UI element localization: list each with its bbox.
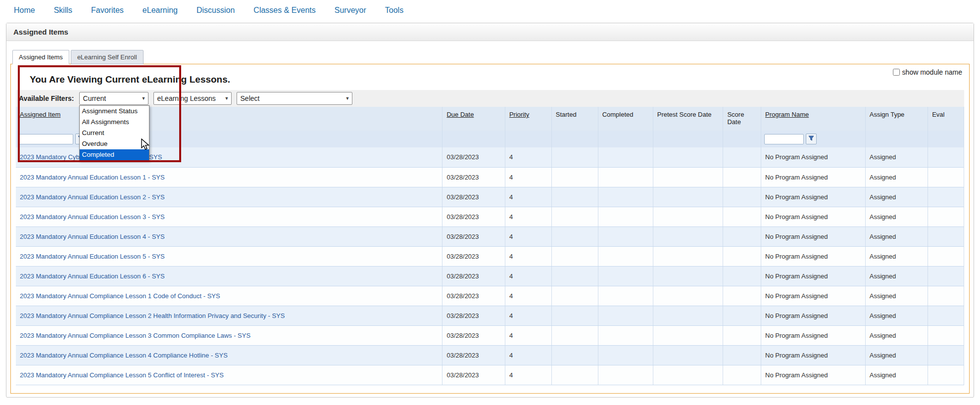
cell-eval [928, 246, 964, 266]
filter-funnel-icon[interactable] [806, 134, 817, 144]
program-name-filter-input[interactable] [764, 134, 804, 144]
filter-cell-completed [598, 131, 653, 147]
status-filter-value: Current [83, 94, 106, 102]
dropdown-option-current[interactable]: Current [80, 128, 149, 138]
nav-link-classes-events[interactable]: Classes & Events [253, 6, 315, 15]
cell-assign-type: Assigned [865, 187, 928, 207]
column-header-score-date: Score Date [727, 111, 744, 126]
assigned-item-link[interactable]: 2023 Mandatory Annual Education Lesson 4… [20, 233, 165, 240]
cell-completed [598, 365, 653, 385]
cell-completed [598, 345, 653, 365]
cell-pretest-score-date [653, 345, 723, 365]
cell-priority: 4 [505, 266, 551, 286]
dropdown-option-completed[interactable]: Completed [80, 149, 149, 160]
category-filter-select[interactable]: eLearning Lessons ▼ [153, 92, 232, 105]
available-filters-label: Available Filters: [19, 94, 74, 102]
cell-priority: 4 [505, 167, 551, 187]
assigned-item-link[interactable]: 2023 Mandatory Annual Education Lesson 1… [20, 174, 165, 181]
filter-cell-eval [928, 131, 964, 147]
nav-link-home[interactable]: Home [14, 6, 35, 15]
cell-eval [928, 207, 964, 226]
assigned-item-link[interactable]: 2023 Mandatory Annual Education Lesson 5… [20, 253, 165, 260]
column-header-pretest-score-date: Pretest Score Date [657, 111, 712, 118]
cell-due-date: 03/28/2023 [442, 365, 505, 385]
cell-due-date: 03/28/2023 [442, 187, 505, 207]
filter-cell-priority [505, 131, 551, 147]
cell-score-date [723, 365, 761, 385]
cell-program-name: No Program Assigned [761, 266, 866, 286]
nav-link-elearning[interactable]: eLearning [143, 6, 178, 15]
table-row: 2023 Mandatory Annual Compliance Lesson … [16, 345, 964, 365]
column-header-priority[interactable]: Priority [509, 111, 529, 118]
status-filter-select[interactable]: Current ▼ [79, 92, 148, 105]
table-row: 2023 Mandatory Annual Education Lesson 1… [16, 167, 964, 187]
show-module-name-toggle[interactable]: show module name [893, 68, 962, 76]
cell-completed [598, 167, 653, 187]
cell-pretest-score-date [653, 147, 723, 167]
cell-pretest-score-date [653, 306, 723, 325]
cell-program-name: No Program Assigned [761, 306, 866, 325]
cell-due-date: 03/28/2023 [442, 246, 505, 266]
assigned-item-link[interactable]: 2023 Mandatory Annual Compliance Lesson … [20, 371, 224, 379]
nav-link-surveyor[interactable]: Surveyor [335, 6, 366, 15]
column-header-eval: Eval [932, 111, 944, 118]
cell-completed [598, 325, 653, 345]
cell-assign-type: Assigned [865, 246, 928, 266]
cell-started [551, 147, 598, 167]
cell-completed [598, 207, 653, 226]
cell-completed [598, 147, 653, 167]
assigned-item-link[interactable]: 2023 Mandatory Annual Compliance Lesson … [20, 312, 285, 319]
cell-due-date: 03/28/2023 [442, 345, 505, 365]
cell-eval [928, 345, 964, 365]
nav-link-tools[interactable]: Tools [385, 6, 403, 15]
table-row: 2023 Mandatory Annual Compliance Lesson … [16, 365, 964, 385]
nav-link-skills[interactable]: Skills [54, 6, 72, 15]
cell-score-date [723, 345, 761, 365]
nav-link-discussion[interactable]: Discussion [196, 6, 235, 15]
assigned-item-filter-input[interactable] [19, 134, 73, 144]
page: HomeSkillsFavoriteseLearningDiscussionCl… [0, 0, 980, 405]
cell-assign-type: Assigned [865, 226, 928, 246]
cell-score-date [723, 286, 761, 306]
chevron-down-icon: ▼ [225, 96, 229, 101]
show-module-name-checkbox[interactable] [893, 69, 900, 76]
cell-completed [598, 286, 653, 306]
cell-assigned-item: 2023 Mandatory Annual Compliance Lesson … [16, 325, 442, 345]
cell-due-date: 03/28/2023 [442, 207, 505, 226]
cell-pretest-score-date [653, 266, 723, 286]
tab-assigned-items[interactable]: Assigned Items [12, 50, 69, 64]
dropdown-option-overdue[interactable]: Overdue [80, 138, 149, 149]
cell-assign-type: Assigned [865, 207, 928, 226]
dropdown-option-assignment-status[interactable]: Assignment Status [80, 106, 149, 117]
top-nav: HomeSkillsFavoriteseLearningDiscussionCl… [0, 0, 980, 21]
assigned-item-link[interactable]: 2023 Mandatory Annual Compliance Lesson … [20, 292, 220, 300]
assigned-item-link[interactable]: 2023 Mandatory Annual Education Lesson 2… [20, 193, 165, 201]
dropdown-option-all-assignments[interactable]: All Assignments [80, 117, 149, 128]
cell-started [551, 266, 598, 286]
column-header-assigned-item[interactable]: Assigned Item [20, 111, 60, 118]
tab-content: show module name You Are Viewing Current… [10, 64, 970, 394]
detail-filter-value: Select [241, 94, 260, 102]
cell-assigned-item: 2023 Mandatory Annual Education Lesson 4… [16, 226, 442, 246]
nav-link-favorites[interactable]: Favorites [91, 6, 124, 15]
column-header-program-name[interactable]: Program Name [765, 111, 809, 118]
filter-cell-program-name [761, 131, 866, 147]
cell-started [551, 345, 598, 365]
tab-elearning-self-enroll[interactable]: eLearning Self Enroll [71, 50, 144, 64]
assigned-item-link[interactable]: 2023 Mandatory Annual Compliance Lesson … [20, 352, 228, 359]
assigned-item-link[interactable]: 2023 Mandatory Annual Compliance Lesson … [20, 332, 250, 339]
cell-priority: 4 [505, 207, 551, 226]
cell-due-date: 03/28/2023 [442, 325, 505, 345]
cell-assigned-item: 2023 Mandatory Annual Compliance Lesson … [16, 345, 442, 365]
cell-started [551, 187, 598, 207]
assigned-item-link[interactable]: 2023 Mandatory Annual Education Lesson 3… [20, 213, 165, 221]
cell-assign-type: Assigned [865, 147, 928, 167]
detail-filter-select[interactable]: Select ▼ [237, 92, 352, 105]
cell-priority: 4 [505, 286, 551, 306]
assigned-item-link[interactable]: 2023 Mandatory Annual Education Lesson 6… [20, 272, 165, 280]
table-row: 2023 Mandatory Annual Compliance Lesson … [16, 306, 964, 325]
cell-assigned-item: 2023 Mandatory Annual Education Lesson 3… [16, 207, 442, 226]
column-header-due-date[interactable]: Due Date [446, 111, 474, 118]
cell-score-date [723, 147, 761, 167]
cell-pretest-score-date [653, 325, 723, 345]
